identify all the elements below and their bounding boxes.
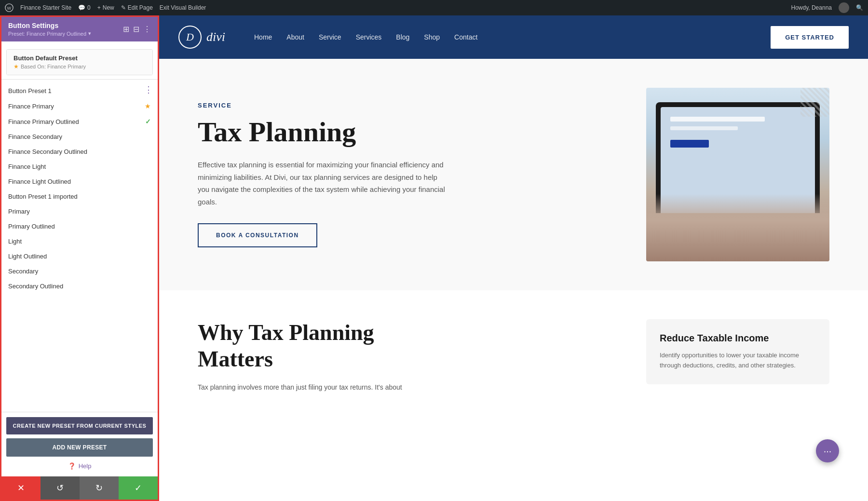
sidebar-header-info: Button Settings Preset: Finance Primary … [8, 22, 91, 37]
checkmark-icon: ✓ [145, 118, 151, 125]
cancel-icon: ✕ [17, 483, 25, 493]
more-options-button[interactable]: ⋮ [143, 25, 151, 34]
preset-name: Light Outlined [8, 253, 151, 260]
sidebar-bottom-bar: ✕ ↺ ↻ ✓ [1, 476, 158, 500]
book-consultation-button[interactable]: BOOK A CONSULTATION [198, 223, 317, 247]
search-icon[interactable]: 🔍 [856, 4, 863, 11]
list-item[interactable]: Secondary Outlined [1, 279, 158, 294]
nav-link-service[interactable]: Service [319, 33, 341, 41]
svg-text:W: W [7, 6, 12, 11]
logo-text: divi [206, 30, 225, 44]
default-preset-header: Button Default Preset ★ Based On: Financ… [7, 50, 152, 75]
comments-count: 0 [87, 4, 91, 11]
list-item[interactable]: Secondary [1, 264, 158, 279]
main-layout: Button Settings Preset: Finance Primary … [0, 15, 868, 501]
site-name-link[interactable]: Finance Starter Site [20, 4, 71, 11]
fab-button[interactable]: ··· [816, 439, 839, 462]
settings-icon-button[interactable]: ⊞ [123, 25, 129, 34]
nav-link-services[interactable]: Services [356, 33, 382, 41]
hands-area [646, 194, 829, 261]
comment-icon: 💬 [78, 4, 85, 11]
hero-text: SERVICE Tax Planning Effective tax plann… [198, 102, 617, 248]
layout-icon-button[interactable]: ⊟ [133, 25, 139, 34]
chevron-down-icon: ▾ [88, 30, 91, 37]
list-item[interactable]: Finance Light Outlined [1, 174, 158, 189]
hero-label: SERVICE [198, 102, 617, 109]
hero-section: SERVICE Tax Planning Effective tax plann… [159, 59, 868, 290]
wp-logo[interactable]: W [5, 3, 14, 12]
hero-description: Effective tax planning is essential for … [198, 159, 448, 208]
list-item[interactable]: Finance Secondary Outlined [1, 144, 158, 159]
bottom-description: Tax planning involves more than just fil… [198, 382, 617, 393]
pencil-icon: ✎ [121, 4, 126, 11]
list-item[interactable]: Finance Primary ★ [1, 98, 158, 114]
preset-name: Finance Primary Outlined [8, 118, 145, 125]
panel-title: Button Settings [8, 22, 91, 29]
list-item[interactable]: Primary [1, 204, 158, 219]
save-icon: ✓ [135, 483, 142, 493]
plus-icon: + [97, 4, 101, 11]
list-item[interactable]: Light [1, 234, 158, 249]
admin-bar-right: Howdy, Deanna 🔍 [791, 2, 864, 13]
star-icon: ★ [145, 102, 151, 110]
nav-link-blog[interactable]: Blog [396, 33, 409, 41]
main-content: D divi Home About Service Services Blog … [159, 15, 868, 501]
bottom-title-line1: Why Tax Planning [198, 320, 374, 345]
site-logo: D divi [178, 26, 225, 49]
nav-link-about[interactable]: About [286, 33, 304, 41]
exit-builder-link[interactable]: Exit Visual Builder [160, 4, 206, 11]
site-name-label: Finance Starter Site [20, 4, 71, 11]
sidebar-content: Button Default Preset ★ Based On: Financ… [1, 41, 158, 412]
logo-letter: D [186, 31, 194, 43]
redo-icon: ↻ [95, 483, 103, 493]
sidebar-footer: CREATE NEW PRESET FROM CURRENT STYLES AD… [1, 412, 158, 476]
undo-button[interactable]: ↺ [41, 476, 80, 500]
screen-line-1 [670, 117, 765, 122]
info-card-description: Identify opportunities to lower your tax… [660, 351, 816, 371]
based-on-label: Based On: Finance Primary [21, 64, 86, 69]
list-item[interactable]: Button Preset 1 imported [1, 189, 158, 204]
avatar [839, 2, 849, 13]
default-preset-sub: ★ Based On: Finance Primary [14, 63, 146, 70]
admin-bar: W Finance Starter Site 💬 0 + New ✎ Edit … [0, 0, 868, 15]
help-label: Help [79, 462, 92, 470]
preset-name: Button Preset 1 imported [8, 193, 151, 200]
list-item[interactable]: Light Outlined [1, 249, 158, 264]
undo-icon: ↺ [56, 483, 64, 493]
comments-link[interactable]: 💬 0 [78, 4, 91, 11]
list-item[interactable]: Finance Light [1, 159, 158, 174]
preset-name: Finance Secondary Outlined [8, 148, 151, 155]
preset-name: Button Preset 1 [8, 87, 151, 95]
star-icon: ★ [14, 63, 19, 70]
wordpress-icon: W [5, 3, 14, 12]
preset-name: Finance Light [8, 163, 151, 170]
edit-page-link[interactable]: ✎ Edit Page [121, 4, 153, 11]
create-preset-button[interactable]: CREATE NEW PRESET FROM CURRENT STYLES [6, 417, 153, 434]
list-item[interactable]: Finance Secondary [1, 129, 158, 144]
redo-button[interactable]: ↻ [80, 476, 119, 500]
list-item[interactable]: Primary Outlined [1, 219, 158, 234]
context-menu-icon[interactable]: ⋮ [144, 84, 153, 95]
new-label: New [103, 4, 114, 11]
hero-image-bg [646, 88, 829, 261]
default-preset-group: Button Default Preset ★ Based On: Financ… [6, 49, 153, 75]
edit-page-label: Edit Page [128, 4, 153, 11]
add-preset-button[interactable]: ADD NEW PRESET [6, 438, 153, 457]
divider-1 [1, 79, 158, 80]
nav-link-home[interactable]: Home [254, 33, 272, 41]
preset-name: Light [8, 238, 151, 245]
nav-links: Home About Service Services Blog Shop Co… [254, 33, 771, 41]
nav-link-contact[interactable]: Contact [454, 33, 477, 41]
preset-name: Finance Primary [8, 103, 145, 110]
nav-link-shop[interactable]: Shop [424, 33, 440, 41]
save-button[interactable]: ✓ [119, 476, 158, 500]
default-preset-title: Button Default Preset [14, 54, 146, 62]
sidebar-header: Button Settings Preset: Finance Primary … [1, 17, 158, 41]
help-link[interactable]: ❓ Help [6, 460, 153, 472]
list-item[interactable]: Button Preset 1 [1, 83, 158, 98]
cancel-button[interactable]: ✕ [1, 476, 41, 500]
list-item[interactable]: Finance Primary Outlined ✓ [1, 114, 158, 129]
preset-name: Primary [8, 208, 151, 215]
new-link[interactable]: + New [97, 4, 114, 11]
nav-cta-button[interactable]: GET STARTED [771, 26, 849, 49]
